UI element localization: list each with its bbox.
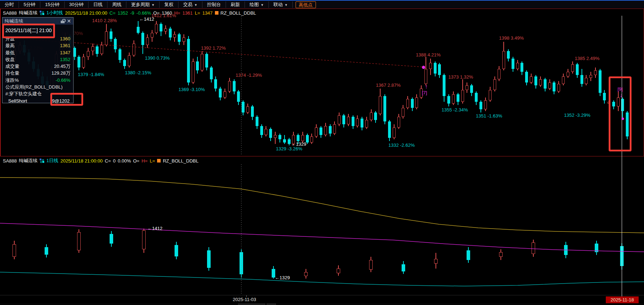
symbol-name: 纯碱连续 [19, 158, 37, 164]
hourly-price-label: 1374 -1.29% [236, 72, 262, 78]
hourly-price-label: 1410 2.28% [92, 18, 117, 23]
hourly-price-label: 1369 -3.10% [178, 87, 205, 92]
quote-row-持仓量: 持仓量129.28万 [2, 70, 73, 76]
high-label: H= [174, 10, 180, 16]
quote-row-label: 涨跌% [5, 77, 19, 84]
quote-row-value: 1361 [60, 42, 70, 49]
quote-row-value: 20.45万 [54, 63, 70, 70]
change-pct: -0.66% [136, 10, 151, 16]
quote-row-value: 1347 [60, 49, 70, 56]
daily-price-label: ←1329 [275, 275, 290, 280]
hourly-price-label: 1351 -1.63% [476, 113, 502, 119]
quote-row-label: 持仓量 [5, 70, 19, 76]
low-label: L= [150, 158, 155, 164]
hourly-price-label: ←1329 [291, 141, 306, 147]
buy-signal-arrow-icon: ↑ [425, 84, 428, 90]
symbol-code: SA888 [3, 10, 17, 16]
chart-lines-overlay [0, 0, 644, 305]
hourly-price-label: 1373 1.32% [448, 74, 473, 80]
low-value: 1347 [202, 10, 213, 16]
indicator-color-icon [157, 159, 161, 162]
quote-row-成交量: 成交量20.45万 [2, 63, 73, 70]
period-label: 1小时线 [46, 10, 63, 16]
trend-break-circle-icon [422, 66, 425, 69]
quote-row-label: 成交量 [5, 63, 19, 70]
axis-current-date-badge: 2025-11-18 [606, 296, 639, 303]
hourly-price-label: 1355 -2.34% [442, 107, 468, 112]
period-grid-icon[interactable] [40, 159, 44, 163]
quote-row-value: 1360 [60, 35, 70, 42]
hourly-chart-header: SA888 纯碱连续 1小时线 2025/11/18 21:00:00 C= 1… [3, 10, 256, 16]
low-label: L= [195, 10, 200, 16]
boll-middle-band [0, 223, 644, 252]
hourly-price-label: 1380 -2.15% [125, 70, 151, 75]
close-label: C= [110, 10, 116, 16]
annotation-highlight-box [609, 76, 632, 151]
quote-row-value: 129.28万 [51, 70, 70, 76]
indicator-name: RZ_BOLL_DDBL [163, 158, 198, 164]
bar-datetime: 2025/11/18 21:00:00 [60, 158, 102, 164]
quote-row-最高: 最高1361 [2, 42, 73, 49]
symbol-name: 纯碱连续 [19, 10, 37, 16]
indicator-name: RZ_BOLL_DDBL [221, 10, 256, 16]
annotation-highlight-box [50, 93, 83, 106]
hourly-price-label: 1390 0.73% [145, 55, 170, 61]
close-value: 1352 [118, 10, 128, 16]
hourly-price-label: 1332 -2.62% [388, 142, 415, 148]
close-icon[interactable]: ✕ [67, 19, 71, 24]
symbol-code: SA888 [3, 158, 17, 164]
change-pct: 0.00% [118, 158, 131, 164]
bar-datetime: 2025/11/18 21:00:00 [65, 10, 107, 16]
signal-7-label: [7] [422, 90, 427, 95]
hourly-price-label: 1392 1.72% [201, 45, 226, 51]
boll-upper-band [0, 178, 644, 233]
hourly-price-label: 1385 2.49% [575, 56, 599, 61]
period-grid-icon[interactable] [40, 11, 44, 15]
order-side: SellShort [8, 98, 27, 104]
high-label: H= [141, 158, 147, 164]
quote-row-value: 1352 [60, 56, 70, 63]
hourly-price-label: 1388 4.21% [416, 52, 441, 58]
daily-chart-header: SA888 纯碱连续 1日线 2025/11/18 21:00:00 C= 0 … [3, 158, 198, 164]
quote-row-value: -0.66% [56, 77, 70, 84]
open-label: O= [133, 158, 140, 164]
hourly-price-label: 1367 2.87% [376, 82, 401, 88]
quote-row-收盘: 收盘1352 [2, 56, 73, 63]
close-label: C= [105, 158, 111, 164]
indicator-color-icon [215, 11, 218, 15]
period-label: 1日线 [46, 158, 58, 164]
quote-row-涨跌%: 涨跌%-0.66% [2, 77, 73, 84]
daily-price-label: ←1412 [147, 226, 162, 231]
quote-rows: 开盘1360最高1361最低1347收盘1352成交量20.45万持仓量129.… [2, 35, 73, 84]
open-value: 1360 [162, 10, 172, 16]
quote-row-label: 最低 [5, 49, 15, 56]
quote-row-label: 收盘 [5, 56, 15, 63]
unlock-icon[interactable] [61, 19, 65, 23]
high-value: 1361 [182, 10, 193, 16]
hourly-price-label: 1329 -3.26% [276, 146, 302, 151]
formula-applied-line: 公式应用(RZ_BOLL_DDBL) [2, 84, 73, 90]
hourly-price-label: 1352 -3.29% [564, 112, 590, 118]
boll-lower-band [0, 272, 644, 286]
hourly-price-label: 1398 3.49% [499, 35, 524, 41]
trading-terminal: 分时5分钟15分钟30分钟日线周线更多周期▼复权交易▼控制台刷新绘图▼联动▼高低… [0, 0, 644, 305]
annotation-highlight-box [2, 24, 55, 38]
close-value: 0 [113, 158, 116, 164]
hourly-price-label: 1379 -1.84% [78, 72, 104, 77]
quote-row-label: 最高 [5, 42, 15, 49]
quote-row-最低: 最低1347 [2, 49, 73, 56]
open-label: O= [153, 10, 160, 16]
change-value: -9 [130, 10, 135, 16]
